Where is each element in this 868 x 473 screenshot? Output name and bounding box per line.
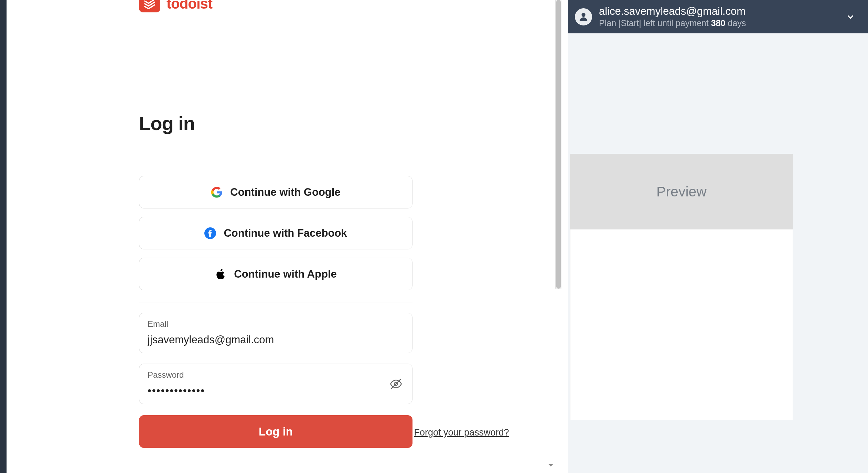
google-button-label: Continue with Google [230,186,340,198]
plan-info: Plan |Start| left until payment 380 days [599,18,838,28]
svg-point-3 [581,13,585,17]
person-icon [578,11,589,23]
email-input[interactable] [148,334,383,346]
plan-prefix: Plan | [599,18,621,28]
login-button[interactable]: Log in [139,415,412,448]
background-sidebar-strip [0,0,7,473]
plan-mid: | left until payment [639,18,711,28]
toggle-password-visibility-icon[interactable] [389,377,403,390]
email-field-wrapper[interactable]: Email [139,313,412,353]
password-input[interactable] [148,385,383,397]
preview-header: Preview [570,154,793,229]
todoist-logo-icon [139,0,160,12]
right-panel: alice.savemyleads@gmail.com Plan |Start|… [568,0,868,473]
account-email: alice.savemyleads@gmail.com [599,5,838,18]
avatar [575,8,592,25]
plan-days-number: 380 [711,18,726,28]
divider [139,302,412,302]
forgot-password-link[interactable]: Forgot your password? [414,427,509,438]
page-title: Log in [139,112,555,135]
account-expand-chevron-down-icon[interactable] [845,12,856,22]
panel-gap [561,0,568,473]
preview-panel: Preview [570,154,793,420]
continue-with-apple-button[interactable]: Continue with Apple [139,258,412,290]
apple-icon [215,268,226,280]
inner-scroll-down-arrow[interactable] [546,457,555,473]
plan-days-suffix: days [725,18,746,28]
brand-logo: todoist [139,0,555,12]
scrollbar-track[interactable] [555,0,561,289]
account-top-bar: alice.savemyleads@gmail.com Plan |Start|… [568,0,868,33]
plan-name: Start [621,18,639,28]
google-icon [211,186,223,198]
continue-with-google-button[interactable]: Continue with Google [139,176,412,208]
preview-body [570,229,793,420]
password-label: Password [148,370,404,380]
facebook-button-label: Continue with Facebook [224,227,347,239]
apple-button-label: Continue with Apple [234,268,336,280]
email-label: Email [148,319,404,329]
brand-name: todoist [167,0,212,12]
facebook-icon [204,227,216,239]
login-panel: todoist Log in Continue with Google Cont… [7,0,555,473]
password-field-wrapper[interactable]: Password [139,364,412,404]
continue-with-facebook-button[interactable]: Continue with Facebook [139,217,412,249]
scrollbar-thumb[interactable] [556,0,561,289]
